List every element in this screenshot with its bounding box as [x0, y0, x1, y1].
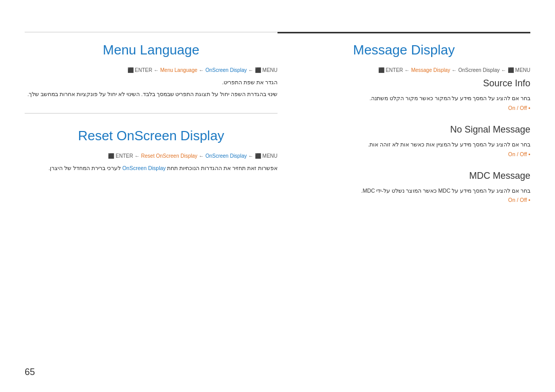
- enter-icon-2: ⬛: [108, 153, 114, 159]
- source-info-title: Source Info: [278, 78, 530, 89]
- left-section-divider: [25, 113, 278, 114]
- source-info-section: Source Info בחר אם להציג על המסך מידע על…: [278, 78, 530, 111]
- right-column: Message Display ⬛ ENTER ← Message Displa…: [278, 32, 530, 216]
- no-signal-on-off: On / Off: [278, 151, 530, 157]
- reset-onscreen-breadcrumb: ⬛ ENTER ← Reset OnScreen Display ← OnScr…: [25, 153, 278, 159]
- menu-language-section: Menu Language ⬛ ENTER ← Menu Language ← …: [25, 42, 278, 99]
- page-number: 65: [25, 367, 35, 378]
- mdc-message-body: בחר אם להציג על המסך מידע על MDC כאשר המ…: [278, 186, 530, 195]
- menu-language-body2: שינוי בהגדרת השפה יחול על תצוגת התפריט ש…: [25, 90, 278, 99]
- reset-onscreen-blue-text: OnScreen Display: [122, 165, 166, 171]
- no-signal-section: No Signal Message בחר אם להציג על המסך מ…: [278, 124, 530, 157]
- reset-onscreen-title: Reset OnScreen Display: [25, 128, 278, 144]
- breadcrumb-onscreen-right: OnScreen Display: [458, 67, 500, 73]
- breadcrumb-reset: Reset OnScreen Display: [141, 153, 198, 159]
- no-signal-body: בחר אם להציג על המסך מידע על המציין אות …: [278, 140, 530, 149]
- enter-icon: ⬛: [127, 67, 134, 73]
- no-signal-title: No Signal Message: [278, 124, 530, 135]
- menu-language-body1: הגדר את שפת התפריט.: [25, 78, 278, 87]
- mdc-message-title: MDC Message: [278, 171, 530, 181]
- source-info-on-off: On / Off: [278, 105, 530, 111]
- menu-language-breadcrumb: ⬛ ENTER ← Menu Language ← OnScreen Displ…: [25, 67, 278, 73]
- reset-onscreen-section: Reset OnScreen Display ⬛ ENTER ← Reset O…: [25, 128, 278, 173]
- left-column: Menu Language ⬛ ENTER ← Menu Language ← …: [25, 32, 278, 175]
- breadcrumb-menu-language: Menu Language: [160, 67, 197, 73]
- breadcrumb-onscreen-display-1: OnScreen Display: [206, 67, 247, 73]
- enter-icon-3: ⬛: [378, 67, 384, 73]
- breadcrumb-message-display: Message Display: [411, 67, 450, 73]
- menu-language-title: Menu Language: [25, 42, 278, 58]
- message-display-breadcrumb: ⬛ ENTER ← Message Display ← OnScreen Dis…: [278, 67, 530, 73]
- mdc-message-section: MDC Message בחר אם להציג על המסך מידע על…: [278, 171, 530, 203]
- breadcrumb-onscreen-display-2: OnScreen Display: [206, 153, 247, 159]
- mdc-message-on-off: On / Off: [278, 197, 530, 203]
- source-info-body: בחר אם להציג על המסך מידע על המקור כאשר …: [278, 94, 530, 103]
- reset-onscreen-body: אפשרות זאת תחזיר את ההגדרות הנוכחיות תחת…: [25, 164, 278, 173]
- message-display-title: Message Display: [278, 42, 530, 58]
